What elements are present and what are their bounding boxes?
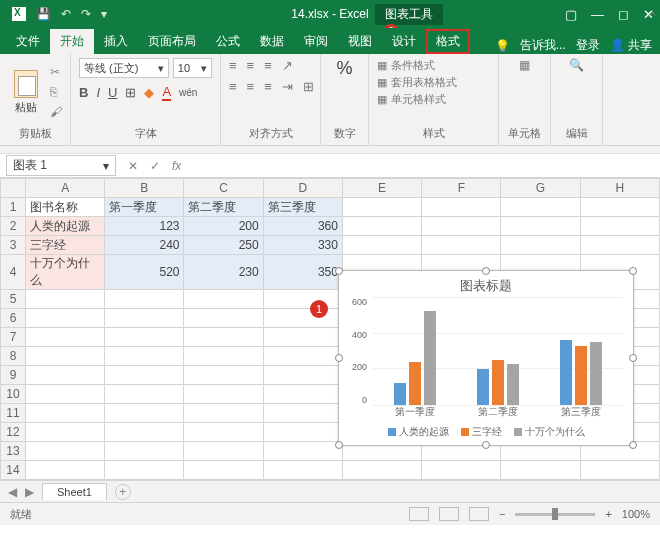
sheet-nav-next-icon[interactable]: ▶	[25, 485, 34, 499]
tab-review[interactable]: 审阅	[294, 29, 338, 54]
cell[interactable]: 520	[105, 255, 184, 290]
cell[interactable]	[263, 309, 342, 328]
cell[interactable]	[105, 404, 184, 423]
sheet-nav-prev-icon[interactable]: ◀	[8, 485, 17, 499]
tab-formulas[interactable]: 公式	[206, 29, 250, 54]
cell[interactable]: 200	[184, 217, 263, 236]
minimize-icon[interactable]: —	[591, 7, 604, 22]
cell[interactable]	[184, 347, 263, 366]
col-header[interactable]: B	[105, 179, 184, 198]
tell-me-text[interactable]: 告诉我...	[520, 37, 566, 54]
cell[interactable]: 250	[184, 236, 263, 255]
cell[interactable]	[422, 461, 501, 480]
row-header[interactable]: 14	[1, 461, 26, 480]
cell[interactable]	[501, 217, 580, 236]
cell[interactable]: 360	[263, 217, 342, 236]
col-header[interactable]: H	[580, 179, 659, 198]
underline-button[interactable]: U	[108, 85, 117, 100]
row-header[interactable]: 8	[1, 347, 26, 366]
cell[interactable]	[263, 290, 342, 309]
cell[interactable]	[105, 290, 184, 309]
zoom-slider[interactable]	[515, 513, 595, 516]
cell[interactable]	[422, 198, 501, 217]
cell[interactable]	[184, 423, 263, 442]
fill-color-button[interactable]: ◆	[144, 85, 154, 100]
bold-button[interactable]: B	[79, 85, 88, 100]
conditional-format-button[interactable]: ▦条件格式	[377, 58, 490, 73]
cell[interactable]: 123	[105, 217, 184, 236]
cell[interactable]	[184, 290, 263, 309]
row-header[interactable]: 12	[1, 423, 26, 442]
row-header[interactable]: 5	[1, 290, 26, 309]
row-header[interactable]: 7	[1, 328, 26, 347]
cell[interactable]	[263, 423, 342, 442]
undo-icon[interactable]: ↶	[61, 7, 71, 21]
cell[interactable]	[105, 461, 184, 480]
row-header[interactable]: 3	[1, 236, 26, 255]
cell[interactable]: 第一季度	[105, 198, 184, 217]
col-header[interactable]: G	[501, 179, 580, 198]
tab-home[interactable]: 开始	[50, 29, 94, 54]
cell[interactable]	[580, 236, 659, 255]
border-button[interactable]: ⊞	[125, 85, 136, 100]
format-as-table-button[interactable]: ▦套用表格格式	[377, 75, 490, 90]
indent-icon[interactable]: ⇥	[282, 79, 293, 94]
cells-icon[interactable]: ▦	[519, 58, 530, 72]
cut-icon[interactable]: ✂	[50, 65, 62, 79]
ribbon-options-icon[interactable]: ▢	[565, 7, 577, 22]
cell[interactable]	[26, 366, 105, 385]
font-name-select[interactable]: 等线 (正文)▾	[79, 58, 169, 78]
row-header[interactable]: 11	[1, 404, 26, 423]
cell[interactable]	[263, 461, 342, 480]
cell[interactable]: 第二季度	[184, 198, 263, 217]
row-header[interactable]: 10	[1, 385, 26, 404]
tab-format[interactable]: 格式	[426, 29, 470, 54]
cell[interactable]	[105, 347, 184, 366]
col-header[interactable]: E	[342, 179, 421, 198]
cell[interactable]	[580, 461, 659, 480]
align-left-icon[interactable]: ≡	[229, 79, 237, 94]
row-header[interactable]: 13	[1, 442, 26, 461]
editing-icon[interactable]: 🔍	[569, 58, 584, 72]
cell[interactable]	[342, 217, 421, 236]
cancel-icon[interactable]: ✕	[128, 159, 138, 173]
share-button[interactable]: 👤 共享	[610, 37, 652, 54]
cell[interactable]: 第三季度	[263, 198, 342, 217]
tab-file[interactable]: 文件	[6, 29, 50, 54]
collapse-ribbon-icon[interactable]: ㅅ	[647, 6, 658, 21]
cell[interactable]	[184, 461, 263, 480]
chart-bar[interactable]	[394, 383, 406, 405]
tab-insert[interactable]: 插入	[94, 29, 138, 54]
col-header[interactable]: C	[184, 179, 263, 198]
orientation-icon[interactable]: ↗	[282, 58, 293, 73]
cell[interactable]	[422, 217, 501, 236]
col-header[interactable]: A	[26, 179, 105, 198]
percent-button[interactable]: %	[329, 58, 360, 79]
cell[interactable]	[501, 461, 580, 480]
cell[interactable]	[105, 423, 184, 442]
font-color-button[interactable]: A	[162, 84, 171, 101]
cell[interactable]	[580, 198, 659, 217]
align-right-icon[interactable]: ≡	[264, 79, 272, 94]
sheet-tab[interactable]: Sheet1	[42, 483, 107, 500]
cell[interactable]	[501, 198, 580, 217]
chart-bar[interactable]	[492, 360, 504, 405]
align-top-icon[interactable]: ≡	[229, 58, 237, 73]
cell[interactable]	[263, 404, 342, 423]
normal-view-button[interactable]	[409, 507, 429, 521]
cell[interactable]	[26, 442, 105, 461]
font-size-select[interactable]: 10▾	[173, 58, 212, 78]
cell[interactable]	[105, 442, 184, 461]
tab-view[interactable]: 视图	[338, 29, 382, 54]
tab-data[interactable]: 数据	[250, 29, 294, 54]
tab-layout[interactable]: 页面布局	[138, 29, 206, 54]
chart-bar[interactable]	[477, 369, 489, 405]
cell[interactable]	[26, 309, 105, 328]
col-header[interactable]: F	[422, 179, 501, 198]
cell[interactable]	[184, 366, 263, 385]
cell[interactable]: 十万个为什么	[26, 255, 105, 290]
format-painter-icon[interactable]: 🖌	[50, 105, 62, 119]
col-header[interactable]: D	[263, 179, 342, 198]
enter-icon[interactable]: ✓	[150, 159, 160, 173]
fx-icon[interactable]: fx	[172, 159, 181, 173]
